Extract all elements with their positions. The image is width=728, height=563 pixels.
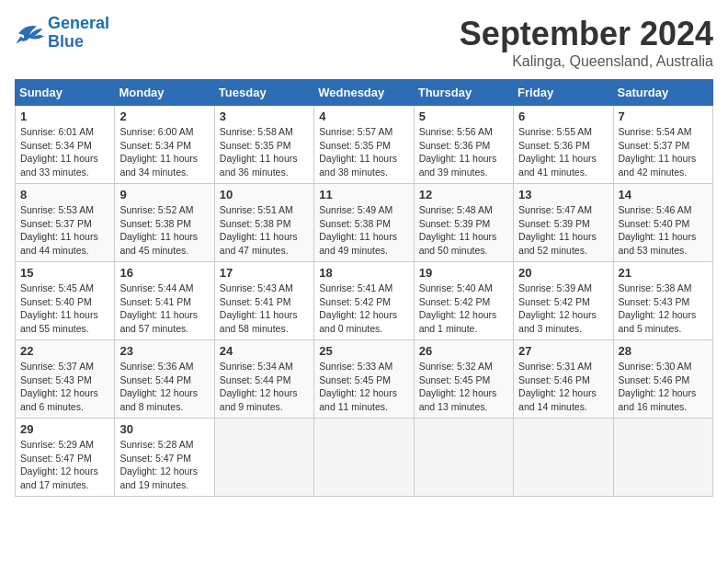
day-info: Sunrise: 5:56 AM Sunset: 5:36 PM Dayligh… [419,125,508,179]
calendar-cell: 11Sunrise: 5:49 AM Sunset: 5:38 PM Dayli… [314,184,414,262]
calendar-cell: 9Sunrise: 5:52 AM Sunset: 5:38 PM Daylig… [115,184,214,262]
calendar-cell: 23Sunrise: 5:36 AM Sunset: 5:44 PM Dayli… [115,340,214,419]
calendar-cell [613,419,712,497]
day-number: 13 [518,188,608,201]
calendar-cell: 15Sunrise: 5:45 AM Sunset: 5:40 PM Dayli… [16,262,115,340]
calendar-cell: 19Sunrise: 5:40 AM Sunset: 5:42 PM Dayli… [414,262,513,340]
day-number: 26 [419,344,508,358]
calendar-cell: 26Sunrise: 5:32 AM Sunset: 5:45 PM Dayli… [414,340,513,419]
calendar-cell: 14Sunrise: 5:46 AM Sunset: 5:40 PM Dayli… [613,184,712,262]
calendar-cell: 12Sunrise: 5:48 AM Sunset: 5:39 PM Dayli… [414,184,513,262]
day-number: 6 [518,109,608,123]
calendar-cell: 30Sunrise: 5:28 AM Sunset: 5:47 PM Dayli… [115,419,214,497]
calendar-cell: 28Sunrise: 5:30 AM Sunset: 5:46 PM Dayli… [613,340,712,419]
calendar-week-row: 29Sunrise: 5:29 AM Sunset: 5:47 PM Dayli… [16,419,713,497]
calendar-cell: 8Sunrise: 5:53 AM Sunset: 5:37 PM Daylig… [16,184,115,262]
calendar-cell [514,419,613,497]
day-number: 27 [518,344,608,358]
day-number: 17 [220,266,309,280]
day-number: 2 [119,109,209,123]
calendar-cell: 5Sunrise: 5:56 AM Sunset: 5:36 PM Daylig… [414,106,513,184]
day-info: Sunrise: 5:45 AM Sunset: 5:40 PM Dayligh… [20,282,109,336]
day-info: Sunrise: 5:32 AM Sunset: 5:45 PM Dayligh… [419,360,508,414]
day-info: Sunrise: 5:47 AM Sunset: 5:39 PM Dayligh… [518,203,608,258]
calendar-cell: 20Sunrise: 5:39 AM Sunset: 5:42 PM Dayli… [514,262,613,340]
weekday-header-sunday: Sunday [16,80,115,106]
day-number: 23 [119,344,209,358]
month-title: September 2024 [460,15,713,53]
day-info: Sunrise: 5:51 AM Sunset: 5:38 PM Dayligh… [220,203,309,258]
calendar-week-row: 22Sunrise: 5:37 AM Sunset: 5:43 PM Dayli… [16,340,713,419]
day-number: 4 [319,109,408,123]
day-info: Sunrise: 5:54 AM Sunset: 5:37 PM Dayligh… [619,125,708,179]
day-info: Sunrise: 5:58 AM Sunset: 5:35 PM Dayligh… [220,125,309,179]
day-info: Sunrise: 5:39 AM Sunset: 5:42 PM Dayligh… [518,282,608,336]
calendar-week-row: 15Sunrise: 5:45 AM Sunset: 5:40 PM Dayli… [16,262,713,340]
calendar-header-row: SundayMondayTuesdayWednesdayThursdayFrid… [16,80,713,106]
calendar-cell [414,419,513,497]
day-info: Sunrise: 5:55 AM Sunset: 5:36 PM Dayligh… [518,125,608,179]
logo: General Blue [15,15,109,52]
weekday-header-wednesday: Wednesday [314,80,414,106]
calendar-cell: 3Sunrise: 5:58 AM Sunset: 5:35 PM Daylig… [214,106,313,184]
day-info: Sunrise: 5:40 AM Sunset: 5:42 PM Dayligh… [419,282,508,336]
calendar-week-row: 1Sunrise: 6:01 AM Sunset: 5:34 PM Daylig… [16,106,713,184]
calendar-cell: 7Sunrise: 5:54 AM Sunset: 5:37 PM Daylig… [613,106,712,184]
day-info: Sunrise: 5:30 AM Sunset: 5:46 PM Dayligh… [619,360,708,414]
calendar-cell [314,419,414,497]
weekday-header-monday: Monday [115,80,214,106]
day-number: 12 [419,188,508,201]
calendar-cell: 18Sunrise: 5:41 AM Sunset: 5:42 PM Dayli… [314,262,414,340]
calendar-week-row: 8Sunrise: 5:53 AM Sunset: 5:37 PM Daylig… [16,184,713,262]
calendar-cell [214,419,313,497]
day-number: 30 [119,422,209,436]
calendar-cell: 4Sunrise: 5:57 AM Sunset: 5:35 PM Daylig… [314,106,414,184]
calendar-cell: 21Sunrise: 5:38 AM Sunset: 5:43 PM Dayli… [613,262,712,340]
location-title: Kalinga, Queensland, Australia [460,53,713,70]
calendar-cell: 17Sunrise: 5:43 AM Sunset: 5:41 PM Dayli… [214,262,313,340]
day-info: Sunrise: 5:36 AM Sunset: 5:44 PM Dayligh… [119,360,209,414]
calendar-cell: 6Sunrise: 5:55 AM Sunset: 5:36 PM Daylig… [514,106,613,184]
day-info: Sunrise: 5:53 AM Sunset: 5:37 PM Dayligh… [20,203,109,258]
title-block: September 2024 Kalinga, Queensland, Aust… [460,15,713,70]
day-info: Sunrise: 5:38 AM Sunset: 5:43 PM Dayligh… [619,282,708,336]
day-info: Sunrise: 5:57 AM Sunset: 5:35 PM Dayligh… [319,125,408,179]
day-number: 22 [20,344,109,358]
day-number: 16 [119,266,209,280]
weekday-header-tuesday: Tuesday [214,80,313,106]
page-header: General Blue September 2024 Kalinga, Que… [15,15,713,70]
day-number: 20 [518,266,608,280]
calendar-cell: 25Sunrise: 5:33 AM Sunset: 5:45 PM Dayli… [314,340,414,419]
calendar-body: 1Sunrise: 6:01 AM Sunset: 5:34 PM Daylig… [16,106,713,497]
weekday-header-saturday: Saturday [613,80,712,106]
day-number: 28 [619,344,708,358]
calendar-cell: 16Sunrise: 5:44 AM Sunset: 5:41 PM Dayli… [115,262,214,340]
calendar-cell: 10Sunrise: 5:51 AM Sunset: 5:38 PM Dayli… [214,184,313,262]
day-number: 1 [20,109,109,123]
day-number: 24 [220,344,309,358]
day-number: 29 [20,422,109,436]
day-info: Sunrise: 6:01 AM Sunset: 5:34 PM Dayligh… [20,125,109,179]
calendar-cell: 29Sunrise: 5:29 AM Sunset: 5:47 PM Dayli… [16,419,115,497]
day-info: Sunrise: 5:46 AM Sunset: 5:40 PM Dayligh… [619,203,708,258]
day-info: Sunrise: 5:31 AM Sunset: 5:46 PM Dayligh… [518,360,608,414]
day-info: Sunrise: 5:49 AM Sunset: 5:38 PM Dayligh… [319,203,408,258]
day-info: Sunrise: 5:44 AM Sunset: 5:41 PM Dayligh… [119,282,209,336]
day-info: Sunrise: 5:37 AM Sunset: 5:43 PM Dayligh… [20,360,109,414]
day-info: Sunrise: 5:48 AM Sunset: 5:39 PM Dayligh… [419,203,508,258]
day-number: 18 [319,266,408,280]
day-info: Sunrise: 5:52 AM Sunset: 5:38 PM Dayligh… [119,203,209,258]
logo-text: General Blue [48,15,109,52]
calendar-cell: 2Sunrise: 6:00 AM Sunset: 5:34 PM Daylig… [115,106,214,184]
day-number: 14 [619,188,708,201]
calendar-cell: 22Sunrise: 5:37 AM Sunset: 5:43 PM Dayli… [16,340,115,419]
day-info: Sunrise: 5:43 AM Sunset: 5:41 PM Dayligh… [220,282,309,336]
day-number: 7 [619,109,708,123]
day-info: Sunrise: 6:00 AM Sunset: 5:34 PM Dayligh… [119,125,209,179]
day-info: Sunrise: 5:29 AM Sunset: 5:47 PM Dayligh… [20,438,109,492]
day-info: Sunrise: 5:28 AM Sunset: 5:47 PM Dayligh… [119,438,209,492]
day-number: 3 [220,109,309,123]
day-number: 5 [419,109,508,123]
logo-icon [15,20,44,46]
weekday-header-thursday: Thursday [414,80,513,106]
